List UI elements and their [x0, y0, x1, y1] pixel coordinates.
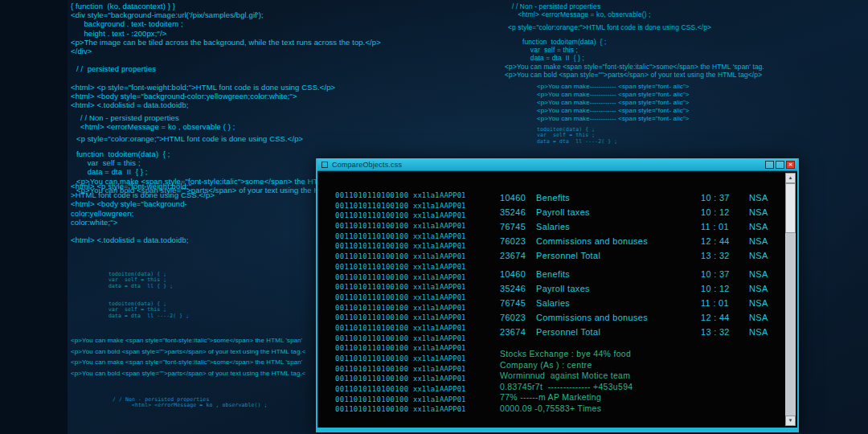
scrollbar-track[interactable]: [785, 183, 796, 416]
binary-code1: xx1la1: [413, 211, 440, 219]
binary-bits: 0011010110100100: [335, 242, 413, 250]
binary-bits: 0011010110100100: [335, 405, 413, 413]
binary-code1: xx1la1: [413, 354, 440, 362]
binary-row: 0011010110100100xx1la1AAPP01: [335, 202, 466, 212]
fin-label: Commissions and bonuses: [536, 313, 648, 322]
binary-code2: AAPP01: [440, 375, 466, 383]
binary-row: 0011010110100100xx1la1AAPP01: [335, 365, 466, 375]
binary-bits: 0011010110100100: [335, 385, 413, 393]
binary-bits: 0011010110100100: [335, 222, 413, 230]
fin-agency: NSA: [749, 269, 768, 279]
binary-code1: xx1la1: [413, 324, 440, 332]
binary-row: 0011010110100100xx1la1AAPP01: [335, 283, 466, 293]
scroll-down-button[interactable]: ▼: [785, 416, 796, 426]
binary-bits: 0011010110100100: [335, 354, 413, 362]
fin-agency: NSA: [749, 207, 768, 217]
financial-row: 76023Commissions and bonuses12 : 44NSA: [500, 313, 783, 327]
fin-agency: NSA: [749, 236, 768, 246]
scroll-up-button[interactable]: ▲: [785, 173, 796, 183]
binary-row: 0011010110100100xx1la1AAPP01: [335, 313, 466, 324]
close-button[interactable]: ×: [786, 161, 795, 169]
binary-row: 0011010110100100xx1la1AAPP01: [335, 344, 466, 354]
fin-label: Payroll taxes: [536, 284, 590, 293]
code-block-non-persisted: / / Non - persisted properties <html> <e…: [80, 113, 235, 131]
fin-time: 13 : 32: [701, 251, 730, 260]
binary-code1: xx1la1: [413, 222, 440, 230]
binary-code1: xx1la1: [413, 252, 440, 260]
left-dark-strip: [0, 0, 68, 434]
code-block-function-div: { function (ko, datacontext) } } <div st…: [71, 2, 381, 55]
fin-agency: NSA: [749, 284, 768, 293]
binary-code1: xx1la1: [413, 385, 440, 393]
fin-time: 13 : 32: [701, 327, 730, 337]
binary-code1: xx1la1: [413, 365, 440, 373]
window-title: CompareObjects.css: [332, 161, 402, 169]
financial-row: 76745Salaries11 : 01NSA: [500, 298, 783, 313]
binary-row: 0011010110100100xx1la1AAPP01: [335, 242, 466, 252]
minimize-button[interactable]: [765, 161, 774, 169]
compare-objects-window: CompareObjects.css × 0011010110100100xx1…: [316, 158, 799, 432]
binary-bits: 0011010110100100: [335, 304, 413, 312]
binary-code2: AAPP01: [440, 334, 466, 342]
binary-code2: AAPP01: [440, 252, 466, 260]
financial-rows: 10460Benefits10 : 37NSA35246Payroll taxe…: [500, 193, 783, 342]
code-block-right-span-tags: <p>You can make <span style="font-style:…: [505, 63, 764, 79]
binary-code2: AAPP01: [440, 365, 466, 373]
binary-code2: AAPP01: [440, 313, 466, 321]
window-icon: [321, 162, 328, 168]
fin-amount: 23674: [500, 251, 526, 260]
binary-bits: 0011010110100100: [335, 211, 413, 219]
window-titlebar[interactable]: CompareObjects.css ×: [317, 158, 797, 171]
binary-code1: xx1la1: [413, 395, 440, 403]
window-controls: ×: [765, 161, 795, 169]
fin-amount: 10460: [500, 193, 526, 203]
financial-row: 23674Personnel Total13 : 32NSA: [500, 251, 783, 265]
fin-time: 11 : 01: [701, 222, 729, 231]
binary-code2: AAPP01: [440, 395, 466, 403]
fin-time: 10 : 12: [701, 284, 730, 293]
financial-column: 10460Benefits10 : 37NSA35246Payroll taxe…: [500, 193, 783, 415]
code-block-right-non-persisted: / / Non - persisted properties <html> <e…: [512, 2, 651, 18]
binary-code1: xx1la1: [413, 344, 440, 352]
binary-bits: 0011010110100100: [335, 375, 413, 383]
fin-label: Benefits: [536, 269, 570, 279]
binary-bits: 0011010110100100: [335, 283, 413, 291]
binary-row: 0011010110100100xx1la1AAPP01: [335, 263, 466, 273]
binary-code2: AAPP01: [440, 191, 466, 199]
code-block-right-color-orange: <p style="color:orange;">HTML font code …: [508, 23, 711, 31]
binary-row: 0011010110100100xx1la1AAPP01: [335, 395, 466, 406]
fin-agency: NSA: [749, 313, 768, 322]
binary-code2: AAPP01: [440, 263, 466, 271]
scrollbar[interactable]: ▲ ▼: [785, 173, 796, 426]
fin-amount: 76745: [500, 222, 526, 231]
financial-row: 35246Payroll taxes10 : 12NSA: [500, 284, 783, 298]
binary-column: 0011010110100100xx1la1AAPP01001101011010…: [335, 191, 466, 416]
fin-amount: 35246: [500, 284, 526, 293]
binary-bits: 0011010110100100: [335, 252, 413, 260]
binary-row: 0011010110100100xx1la1AAPP01: [335, 385, 466, 395]
binary-row: 0011010110100100xx1la1AAPP01: [335, 405, 466, 416]
code-block-small-todoitem: todoitem(data) { ; var self = this ; dat…: [108, 272, 189, 319]
binary-code2: AAPP01: [440, 354, 466, 362]
binary-row: 0011010110100100xx1la1AAPP01: [335, 293, 466, 304]
fin-amount: 76023: [500, 236, 526, 246]
fin-label: Payroll taxes: [536, 207, 590, 217]
fin-label: Benefits: [536, 193, 570, 203]
code-block-right-small-todoitem: todoitem(data) { ; var self = this ; dat…: [537, 127, 617, 145]
fin-agency: NSA: [749, 222, 768, 231]
financial-row: 76745Salaries11 : 01NSA: [500, 222, 783, 236]
fin-label: Personnel Total: [536, 251, 600, 260]
code-block-persisted-comment: / / persisted properties: [76, 64, 156, 73]
binary-code1: xx1la1: [413, 304, 440, 312]
scrollbar-thumb[interactable]: [785, 183, 796, 233]
binary-code1: xx1la1: [413, 405, 440, 413]
binary-bits: 0011010110100100: [335, 313, 413, 321]
binary-row: 0011010110100100xx1la1AAPP01: [335, 191, 466, 202]
fin-label: Commissions and bonuses: [536, 236, 648, 246]
maximize-button[interactable]: [776, 161, 784, 169]
code-block-small-non-persisted: / / Non - persisted properties <html> <e…: [113, 397, 268, 409]
binary-bits: 0011010110100100: [335, 202, 413, 210]
financial-row: 10460Benefits10 : 37NSA: [500, 193, 783, 207]
binary-code2: AAPP01: [440, 232, 466, 240]
binary-bits: 0011010110100100: [335, 191, 413, 199]
